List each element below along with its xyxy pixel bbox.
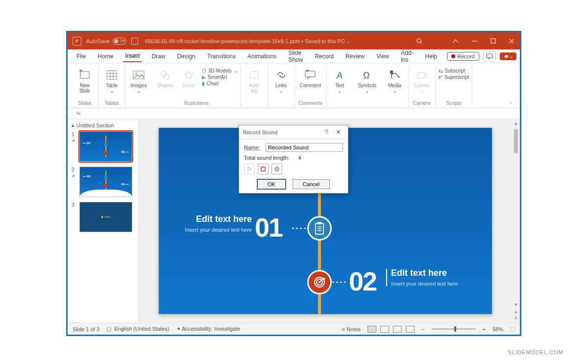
tab-transitions[interactable]: Transitions <box>205 51 238 62</box>
stop-button[interactable] <box>258 164 269 174</box>
symbols-button[interactable]: Ω Symbols⌄ <box>356 67 378 95</box>
scroll-down-arrow-icon[interactable]: ▼ <box>514 302 518 307</box>
slide-thumbnail-1[interactable]: ▪▪▪▪ |01 02| ▪▪▪▪ <box>79 131 132 162</box>
accessibility-indicator[interactable]: ✦ Accessibility: Investigate <box>176 326 241 332</box>
next-slide-icon[interactable]: ≚ <box>514 316 518 321</box>
sorter-view-button[interactable] <box>380 326 389 333</box>
dialog-titlebar[interactable]: Record Sound ? ✕ <box>239 125 348 139</box>
ribbon-group-camera: Cameo⌄ Camera <box>409 65 436 108</box>
smartart-icon: ▶ <box>202 74 206 80</box>
subscript-button[interactable]: x₂ Subscript <box>439 68 469 73</box>
maximize-button[interactable] <box>490 38 496 45</box>
tab-file[interactable]: File <box>74 51 88 62</box>
normal-view-button[interactable] <box>368 326 376 333</box>
slideshow-view-button[interactable] <box>406 326 415 333</box>
ok-button[interactable]: OK <box>257 179 286 189</box>
search-icon[interactable] <box>416 38 423 45</box>
zoom-in-button[interactable]: + <box>483 326 486 332</box>
3d-models-button[interactable]: ⬡ 3D Models ⌄ <box>202 68 238 73</box>
chart-button[interactable]: ▮ Chart <box>202 81 238 86</box>
slide-thumbnail-2[interactable]: ▪▪▪▪ |03 04| ▪▪▪▪ <box>79 167 132 197</box>
close-button[interactable] <box>508 38 515 45</box>
ribbon-mode-icon[interactable] <box>452 38 459 45</box>
tab-addins[interactable]: Add-ins <box>399 48 415 65</box>
svg-rect-28 <box>318 222 321 224</box>
text-button[interactable]: A Text⌄ <box>329 67 350 95</box>
superscript-button[interactable]: x² Superscript <box>439 74 469 80</box>
svg-rect-7 <box>80 72 89 78</box>
thumbnail-row: 1★ ▪▪▪▪ |01 02| ▪▪▪▪ <box>72 131 134 162</box>
play-button[interactable] <box>244 164 255 174</box>
toggle-switch[interactable]: Off <box>113 38 126 45</box>
subscript-icon: x₂ <box>439 68 443 73</box>
menu-tabs: File Home Insert Draw Design Transitions… <box>68 49 520 63</box>
animation-star-icon: ★ <box>72 173 75 178</box>
tab-review[interactable]: Review <box>343 51 367 62</box>
dialog-help-button[interactable]: ? <box>320 128 332 136</box>
slide-thumbnail-3[interactable]: ◆ ▪▪▪▪▪ <box>79 202 132 232</box>
slide-counter[interactable]: Slide 1 of 3 <box>73 326 99 332</box>
ribbon-collapse-button[interactable]: ⌄ <box>472 65 516 108</box>
svg-rect-3 <box>491 39 495 43</box>
dialog-close-button[interactable]: ✕ <box>332 128 344 136</box>
images-button[interactable]: Images⌄ <box>128 67 149 95</box>
dialog-title: Record Sound <box>243 129 320 135</box>
tab-insert[interactable]: Insert <box>123 50 142 62</box>
links-button[interactable]: Links⌄ <box>271 67 292 95</box>
name-input[interactable] <box>266 143 343 152</box>
icons-button[interactable]: Icons <box>178 67 199 89</box>
zoom-level[interactable]: 58% <box>492 326 503 332</box>
link-icon <box>274 68 288 82</box>
vertical-scrollbar[interactable]: ▲ ▼ ≙ ≚ <box>512 119 520 323</box>
reading-view-button[interactable] <box>393 326 402 333</box>
tab-help[interactable]: Help <box>423 51 440 62</box>
document-title[interactable]: 65036-01-lift-off-rocket-timeline-powerp… <box>145 38 350 44</box>
symbols-icon: Ω <box>360 68 374 82</box>
share-button[interactable]: ⌄ <box>500 52 516 60</box>
tab-view[interactable]: View <box>374 51 391 62</box>
shapes-button[interactable]: Shapes <box>155 67 175 89</box>
section-header[interactable]: ▴Untitled Section <box>72 122 134 128</box>
icons-icon <box>182 68 196 82</box>
language-indicator[interactable]: ▢ English (United States) <box>106 326 170 332</box>
shapes-icon <box>158 68 172 82</box>
notes-button[interactable]: ≡ Notes <box>342 326 361 332</box>
smartart-button[interactable]: ▶ SmartArt <box>202 74 238 80</box>
new-slide-icon <box>78 68 92 82</box>
autosave-toggle[interactable]: AutoSave Off <box>86 38 126 45</box>
tab-animations[interactable]: Animations <box>245 51 278 62</box>
save-icon[interactable] <box>131 38 138 45</box>
record-button[interactable] <box>271 164 282 174</box>
media-icon <box>388 68 402 82</box>
tab-record[interactable]: Record <box>313 51 336 62</box>
comment-button[interactable]: Comment <box>298 67 323 89</box>
qat-overflow-icon[interactable]: ⇋ <box>76 111 80 116</box>
powerpoint-icon: P <box>73 37 81 46</box>
comments-pane-button[interactable] <box>483 51 496 62</box>
tab-design[interactable]: Design <box>175 51 197 62</box>
cancel-button[interactable]: Cancel <box>293 179 330 189</box>
cameo-button[interactable]: Cameo⌄ <box>412 67 432 95</box>
zoom-slider[interactable] <box>432 328 476 330</box>
scrollbar-thumb[interactable] <box>514 129 518 153</box>
prev-slide-icon[interactable]: ≙ <box>514 310 518 315</box>
svg-rect-10 <box>107 71 117 79</box>
scroll-up-arrow-icon[interactable]: ▲ <box>514 121 518 126</box>
svg-rect-26 <box>417 73 424 78</box>
ribbon-group-slides: New Slide Slides <box>72 65 98 108</box>
tab-home[interactable]: Home <box>96 51 115 62</box>
zoom-out-button[interactable]: − <box>421 326 424 332</box>
media-button[interactable]: Media⌄ <box>385 67 405 95</box>
addins-button[interactable]: Add- ins <box>244 67 265 95</box>
svg-point-16 <box>135 73 137 74</box>
new-slide-button[interactable]: New Slide <box>74 67 95 95</box>
table-button[interactable]: Table⌄ <box>101 67 122 95</box>
step-number-2: 02 <box>349 266 376 296</box>
tab-slideshow[interactable]: Slide Show <box>286 48 305 65</box>
fit-window-button[interactable]: ⬚ <box>510 326 515 332</box>
tab-draw[interactable]: Draw <box>149 51 167 62</box>
step-number-1: 01 <box>255 212 282 243</box>
record-button[interactable]: Record <box>447 52 479 61</box>
minimize-button[interactable] <box>471 38 478 45</box>
ribbon-group-links: Links⌄ <box>268 65 295 108</box>
